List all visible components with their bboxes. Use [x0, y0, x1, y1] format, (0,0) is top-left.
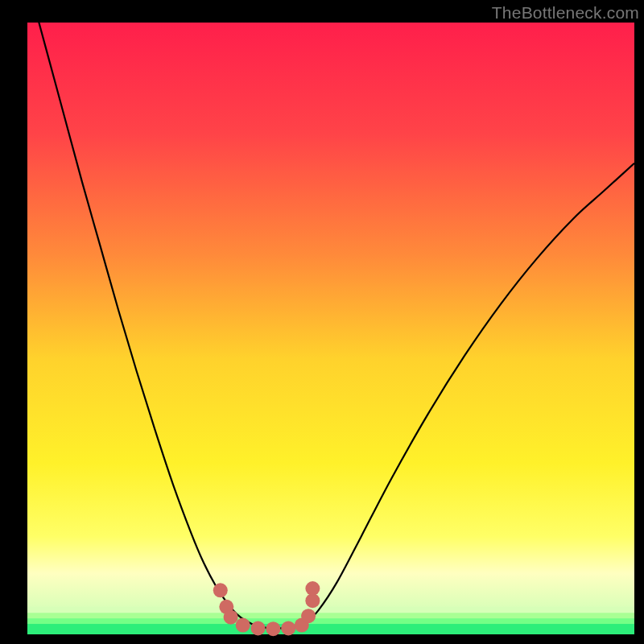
curve-marker: [305, 581, 320, 596]
curve-marker: [236, 618, 250, 633]
bottleneck-chart: [0, 0, 644, 644]
green-band: [27, 618, 634, 624]
curve-marker: [301, 609, 316, 623]
green-band: [27, 613, 634, 618]
curve-marker: [224, 610, 238, 625]
green-band: [27, 607, 634, 613]
green-band-group: [27, 607, 634, 634]
chart-frame: TheBottleneck.com: [0, 0, 644, 644]
curve-marker: [213, 583, 228, 597]
curve-marker: [266, 621, 280, 636]
curve-marker: [281, 621, 295, 635]
green-band: [27, 624, 634, 634]
watermark-text: TheBottleneck.com: [492, 3, 639, 23]
plot-background: [27, 23, 634, 634]
curve-marker: [251, 621, 266, 635]
